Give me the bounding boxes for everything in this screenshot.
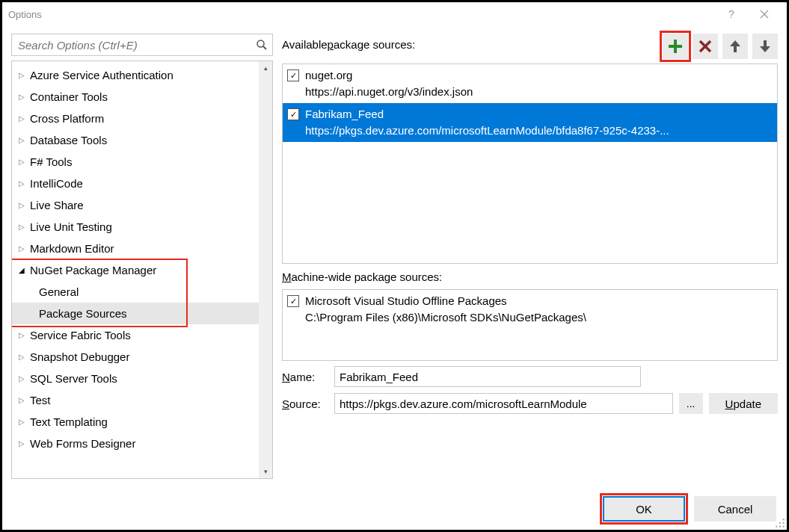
chevron-right-icon: ▷	[16, 179, 27, 188]
svg-point-4	[783, 519, 785, 520]
tree-item-nuget[interactable]: ◢NuGet Package Manager	[12, 259, 259, 281]
tree-item[interactable]: ▷Cross Platform	[12, 108, 259, 129]
svg-point-9	[783, 526, 785, 528]
source-url: https://pkgs.dev.azure.com/microsoftLear…	[305, 123, 773, 139]
remove-source-button[interactable]	[693, 34, 718, 59]
move-down-button[interactable]	[752, 34, 778, 59]
chevron-right-icon: ▷	[16, 201, 27, 209]
move-up-button[interactable]	[722, 34, 748, 59]
source-item[interactable]: ✓ Microsoft Visual Studio Offline Packag…	[283, 290, 777, 329]
sidebar: ▷Azure Service Authentication ▷Container…	[11, 34, 273, 479]
machine-sources-label: Machine-wide package sources:	[282, 268, 778, 285]
source-checkbox[interactable]: ✓	[287, 108, 299, 120]
chevron-right-icon: ▷	[16, 418, 27, 426]
help-button[interactable]: ?	[715, 4, 748, 25]
available-sources-label: Available package sources:	[282, 34, 658, 50]
resize-grip-icon[interactable]	[775, 518, 785, 528]
scroll-up-icon[interactable]: ▴	[259, 61, 272, 75]
plus-icon	[668, 39, 683, 54]
tree-item[interactable]: ▷Snapshot Debugger	[12, 346, 259, 368]
chevron-right-icon: ▷	[16, 114, 27, 123]
source-item[interactable]: ✓ nuget.org https://api.nuget.org/v3/ind…	[283, 64, 777, 103]
chevron-right-icon: ▷	[16, 244, 27, 253]
chevron-right-icon: ▷	[16, 71, 27, 79]
chevron-down-icon: ◢	[16, 266, 27, 274]
update-button[interactable]: Update	[709, 393, 778, 414]
source-item-selected[interactable]: ✓ Fabrikam_Feed https://pkgs.dev.azure.c…	[283, 103, 777, 142]
source-checkbox[interactable]: ✓	[287, 295, 299, 307]
chevron-right-icon: ▷	[16, 93, 27, 101]
chevron-right-icon: ▷	[16, 396, 27, 404]
svg-point-0	[257, 40, 264, 47]
svg-point-6	[783, 522, 785, 524]
chevron-right-icon: ▷	[16, 439, 27, 448]
titlebar: Options ?	[2, 2, 787, 26]
tree-item[interactable]: ▷Service Fabric Tools	[12, 324, 259, 346]
source-checkbox[interactable]: ✓	[287, 69, 299, 81]
available-sources-list[interactable]: ✓ nuget.org https://api.nuget.org/v3/ind…	[282, 64, 778, 264]
close-button[interactable]	[748, 4, 781, 25]
chevron-right-icon: ▷	[16, 353, 27, 361]
chevron-right-icon: ▷	[16, 223, 27, 231]
chevron-right-icon: ▷	[16, 158, 27, 166]
x-icon	[698, 39, 713, 54]
machine-sources-list[interactable]: ✓ Microsoft Visual Studio Offline Packag…	[282, 289, 778, 361]
search-box[interactable]	[11, 34, 273, 56]
search-input[interactable]	[16, 38, 256, 52]
options-tree[interactable]: ▷Azure Service Authentication ▷Container…	[12, 61, 259, 478]
arrow-down-icon	[758, 39, 773, 54]
source-input[interactable]	[334, 393, 673, 414]
chevron-right-icon: ▷	[16, 136, 27, 144]
tree-item[interactable]: ▷Azure Service Authentication	[12, 64, 259, 86]
source-label: Source:	[282, 398, 328, 410]
tree-item[interactable]: ▷Text Templating	[12, 411, 259, 433]
tree-item[interactable]: ▷IntelliCode	[12, 173, 259, 194]
main-panel: Available package sources: ✓	[282, 34, 778, 479]
browse-button[interactable]: ...	[679, 393, 703, 414]
tree-item[interactable]: ▷Container Tools	[12, 86, 259, 108]
source-name: nuget.org	[305, 67, 773, 84]
svg-point-7	[776, 526, 777, 528]
source-name: Microsoft Visual Studio Offline Packages	[305, 293, 773, 309]
add-source-button[interactable]	[663, 34, 688, 59]
tree-item[interactable]: ▷F# Tools	[12, 151, 259, 173]
name-input[interactable]	[334, 366, 641, 387]
svg-point-8	[779, 526, 781, 528]
chevron-right-icon: ▷	[16, 374, 27, 383]
svg-point-5	[779, 522, 781, 524]
source-url: C:\Program Files (x86)\Microsoft SDKs\Nu…	[305, 309, 773, 326]
tree-item[interactable]: ▷Database Tools	[12, 129, 259, 151]
svg-line-1	[263, 46, 266, 49]
tree-item[interactable]: ▷Live Unit Testing	[12, 216, 259, 238]
svg-rect-3	[669, 45, 682, 48]
chevron-right-icon: ▷	[16, 331, 27, 339]
ok-button[interactable]: OK	[603, 496, 685, 522]
scroll-down-icon[interactable]: ▾	[259, 465, 272, 478]
tree-item[interactable]: ▷Markdown Editor	[12, 238, 259, 259]
name-label: Name:	[282, 371, 328, 383]
cancel-button[interactable]: Cancel	[694, 496, 776, 522]
arrow-up-icon	[728, 39, 743, 54]
source-name: Fabrikam_Feed	[305, 106, 773, 123]
search-icon	[256, 39, 268, 51]
tree-scrollbar[interactable]: ▴ ▾	[259, 61, 272, 478]
source-url: https://api.nuget.org/v3/index.json	[305, 84, 773, 100]
tree-item[interactable]: ▷SQL Server Tools	[12, 368, 259, 389]
window-title: Options	[8, 9, 42, 20]
tree-item[interactable]: ▷Live Share	[12, 194, 259, 216]
tree-item[interactable]: ▷Web Forms Designer	[12, 433, 259, 454]
tree-item-general[interactable]: General	[12, 281, 259, 303]
tree-item[interactable]: ▷Test	[12, 389, 259, 411]
dialog-footer: OK Cancel	[2, 488, 787, 530]
options-dialog: Options ? ▷Azure Service Authentication …	[2, 2, 787, 530]
tree-item-package-sources[interactable]: Package Sources	[12, 303, 259, 324]
